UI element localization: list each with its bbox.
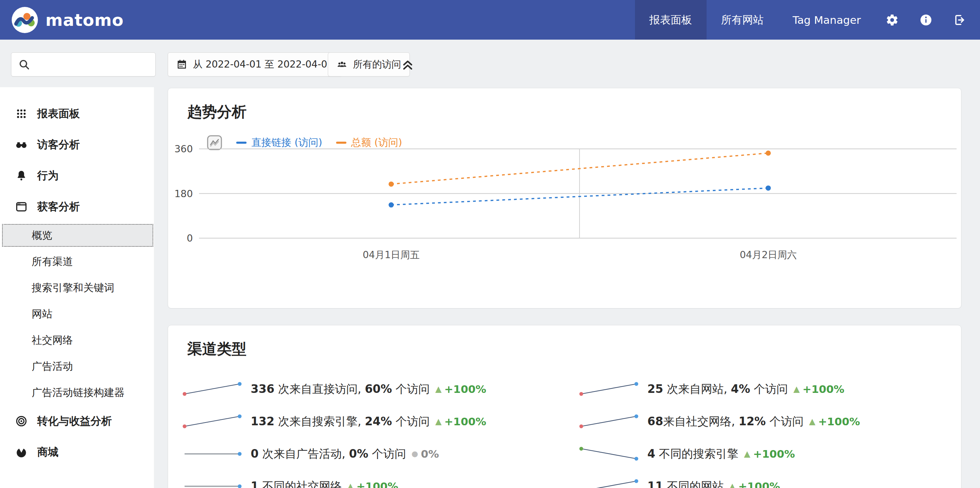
arrow-up-icon: ▲ <box>347 482 353 488</box>
nav-item-tag-manager[interactable]: Tag Manager <box>778 0 875 40</box>
sidebar-item-acquisition[interactable]: 获客分析 <box>0 191 154 222</box>
segment-label: 所有的访问 <box>353 58 401 71</box>
change-value: +100% <box>444 383 486 395</box>
site-search-box[interactable] <box>11 53 156 77</box>
trend-chart-svg: 018036004月1日周五04月2日周六 <box>168 129 961 278</box>
search-icon <box>18 59 30 70</box>
date-range-label: 从 2022-04-01 至 2022-04-02 <box>193 58 333 71</box>
left-sidebar: 报表面板 访客分析 行为 获客分析 概览 所有渠道 搜索引擎和关键词 网站 社交… <box>0 87 154 488</box>
target-icon <box>14 414 28 428</box>
sidebar-item-label: 报表面板 <box>37 107 80 121</box>
stat-text: 68来自社交网络, 12% 个访问 <box>648 414 803 429</box>
sidebar-item-dashboard[interactable]: 报表面板 <box>0 98 154 129</box>
channel-stat-row: 132 次来自搜索引擎, 24% 个访问▲+100% <box>182 405 562 438</box>
sidebar-item-campaigns[interactable]: 广告活动 <box>0 353 154 380</box>
users-icon <box>336 59 347 70</box>
change-value: +100% <box>738 480 780 488</box>
sparkline-up <box>579 477 640 488</box>
info-icon[interactable] <box>909 0 943 40</box>
signout-icon[interactable] <box>943 0 980 40</box>
matomo-logo[interactable]: matomo <box>0 7 124 33</box>
sidebar-item-all-channels[interactable]: 所有渠道 <box>0 249 154 275</box>
channel-stat-row: 0 次来自广告活动, 0% 个访问●0% <box>182 438 562 470</box>
change-value: 0% <box>421 448 439 460</box>
navbar-menu: 报表面板 所有网站 Tag Manager <box>635 0 980 40</box>
sidebar-item-label: 获客分析 <box>37 199 80 214</box>
change-badge-up: ▲+100% <box>744 448 795 460</box>
change-badge-up: ▲+100% <box>729 480 780 488</box>
arrow-up-icon: ▲ <box>793 385 800 393</box>
chevron-double-up-icon <box>400 57 415 72</box>
sparkline-up <box>579 413 640 431</box>
channel-stat-row: 25 次来自网站, 4% 个访问▲+100% <box>579 373 959 405</box>
channel-card-title: 渠道类型 <box>187 339 247 359</box>
sparkline-flat <box>182 477 243 488</box>
brand-name: matomo <box>45 10 124 30</box>
sparkline-flat <box>182 445 243 463</box>
sidebar-item-behaviour[interactable]: 行为 <box>0 160 154 191</box>
channel-col-right: 25 次来自网站, 4% 个访问▲+100%68来自社交网络, 12% 个访问▲… <box>579 373 959 488</box>
stat-text: 4 不同的搜索引擎 <box>648 446 738 462</box>
change-value: +100% <box>356 480 398 488</box>
change-badge-up: ▲+100% <box>347 480 398 488</box>
sidebar-item-visitors[interactable]: 访客分析 <box>0 129 154 160</box>
arrow-up-icon: ▲ <box>729 482 735 488</box>
collapse-controls-button[interactable] <box>400 57 415 72</box>
sidebar-item-label: 转化与收益分析 <box>37 414 112 428</box>
bell-icon <box>14 169 28 183</box>
channel-types-card: 渠道类型 336 次来自直接访问, 60% 个访问▲+100%132 次来自搜索… <box>168 325 961 488</box>
sidebar-item-overview[interactable]: 概览 <box>2 224 153 247</box>
sidebar-item-websites[interactable]: 网站 <box>0 301 154 327</box>
arrow-up-icon: ▲ <box>809 417 815 426</box>
change-badge-up: ▲+100% <box>793 383 844 395</box>
neutral-dot-icon: ● <box>412 450 418 458</box>
matomo-logo-icon <box>12 7 38 33</box>
svg-text:180: 180 <box>175 188 193 199</box>
nav-item-all-websites[interactable]: 所有网站 <box>706 0 778 40</box>
channel-stat-row: 4 不同的搜索引擎▲+100% <box>579 438 959 470</box>
sidebar-item-label: 行为 <box>37 169 59 183</box>
stat-text: 0 次来自广告活动, 0% 个访问 <box>251 446 406 462</box>
channel-stat-row: 11 不同的网站▲+100% <box>579 470 959 488</box>
change-badge-up: ▲+100% <box>435 383 486 395</box>
change-badge-up: ▲+100% <box>809 415 860 428</box>
grid-icon <box>14 107 28 121</box>
arrow-up-icon: ▲ <box>435 385 441 393</box>
sidebar-item-campaign-url-builder[interactable]: 广告活动链接构建器 <box>0 380 154 406</box>
channel-stat-row: 1 不同的社交网络▲+100% <box>182 470 562 488</box>
channel-stat-row: 336 次来自直接访问, 60% 个访问▲+100% <box>182 373 562 405</box>
svg-text:04月2日周六: 04月2日周六 <box>740 249 797 260</box>
sparkline-down <box>579 445 640 463</box>
stat-text: 336 次来自直接访问, 60% 个访问 <box>251 381 430 397</box>
sidebar-item-social-networks[interactable]: 社交网络 <box>0 327 154 353</box>
stat-text: 132 次来自搜索引擎, 24% 个访问 <box>251 414 430 429</box>
sparkline-up <box>182 380 243 398</box>
segment-selector[interactable]: 所有的访问 <box>328 53 410 77</box>
sparkline-up <box>579 380 640 398</box>
stat-text: 1 不同的社交网络 <box>251 479 342 488</box>
change-value: +100% <box>818 415 860 428</box>
sidebar-item-label: 商城 <box>37 445 59 459</box>
top-navbar: matomo 报表面板 所有网站 Tag Manager <box>0 0 980 40</box>
svg-text:0: 0 <box>187 233 193 244</box>
change-badge-up: ▲+100% <box>435 415 486 428</box>
date-range-selector[interactable]: 从 2022-04-01 至 2022-04-02 <box>168 53 342 77</box>
window-icon <box>14 200 28 214</box>
svg-text:360: 360 <box>175 144 193 155</box>
channel-stat-row: 68来自社交网络, 12% 个访问▲+100% <box>579 405 959 438</box>
stat-text: 25 次来自网站, 4% 个访问 <box>648 381 788 397</box>
marketplace-bag-icon <box>14 445 28 459</box>
change-value: +100% <box>444 415 486 428</box>
binoculars-icon <box>14 138 28 152</box>
change-value: +100% <box>753 448 795 460</box>
sidebar-item-marketplace[interactable]: 商城 <box>0 437 154 468</box>
sidebar-item-goals[interactable]: 转化与收益分析 <box>0 406 154 437</box>
trend-analysis-card: 趋势分析 直接链接 (访问) 总额 (访问) 018036004月1日周五04月… <box>168 88 961 308</box>
nav-item-dashboard[interactable]: 报表面板 <box>635 0 706 40</box>
search-input[interactable] <box>35 59 150 71</box>
arrow-up-icon: ▲ <box>744 450 750 458</box>
settings-icon[interactable] <box>875 0 909 40</box>
change-value: +100% <box>802 383 844 395</box>
sidebar-item-search-engines-keywords[interactable]: 搜索引擎和关键词 <box>0 275 154 301</box>
sparkline-up <box>182 413 243 431</box>
